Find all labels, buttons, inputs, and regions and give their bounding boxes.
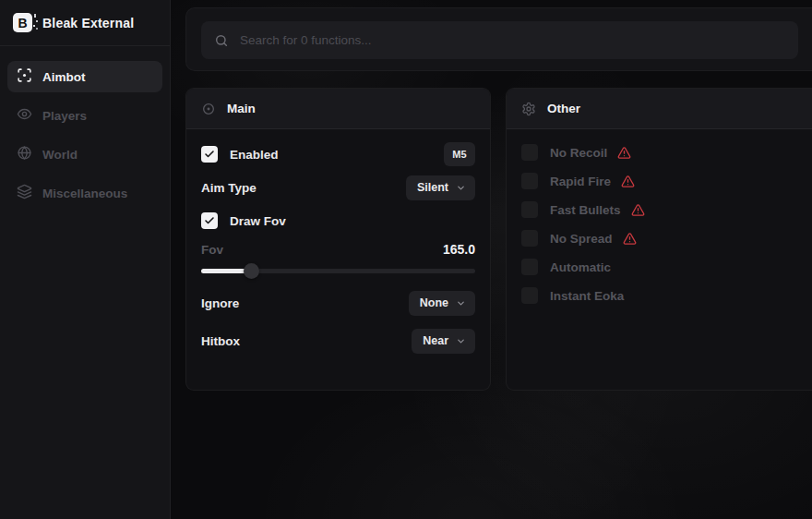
hitbox-row: Hitbox Near xyxy=(201,329,475,353)
hitbox-select[interactable]: Near xyxy=(412,329,475,354)
disc-icon xyxy=(201,102,216,116)
warning-icon xyxy=(631,203,645,217)
aim-type-value: Silent xyxy=(417,181,448,194)
layers-icon xyxy=(17,184,32,202)
automatic-checkbox[interactable] xyxy=(521,259,538,275)
sidebar-item-players[interactable]: Players xyxy=(7,100,162,131)
hitbox-label: Hitbox xyxy=(201,334,240,348)
no-spread-checkbox[interactable] xyxy=(521,230,538,247)
no-recoil-checkbox[interactable] xyxy=(521,144,538,161)
ignore-label: Ignore xyxy=(201,296,239,310)
sidebar-item-label: Miscellaneous xyxy=(42,187,127,200)
ignore-select[interactable]: None xyxy=(409,291,475,316)
aim-type-row: Aim Type Silent xyxy=(201,175,475,199)
instant-eoka-row: Instant Eoka xyxy=(521,284,812,308)
fov-slider[interactable] xyxy=(201,263,475,278)
search-field[interactable] xyxy=(201,21,798,59)
other-panel-body: No Recoil Rapid Fire Fast Bullets xyxy=(507,129,812,308)
draw-fov-label: Draw Fov xyxy=(230,214,286,228)
warning-icon xyxy=(623,232,637,246)
aim-type-label: Aim Type xyxy=(201,181,257,195)
logo-glitch-pixels xyxy=(34,16,36,18)
no-recoil-label: No Recoil xyxy=(550,146,607,160)
instant-eoka-checkbox[interactable] xyxy=(521,287,538,304)
keybind-button[interactable]: M5 xyxy=(444,142,475,166)
brand-header: B Bleak External xyxy=(0,0,170,46)
app-logo-icon: B xyxy=(13,13,32,32)
app-title: Bleak External xyxy=(42,16,134,30)
instant-eoka-label: Instant Eoka xyxy=(550,289,624,303)
other-panel-title: Other xyxy=(547,102,580,115)
main-panel: Main Enabled M5 Aim Type Silent xyxy=(185,88,491,391)
no-spread-label: No Spread xyxy=(550,232,613,246)
rapid-fire-checkbox[interactable] xyxy=(521,173,538,189)
gear-icon xyxy=(521,102,536,116)
fov-slider-thumb[interactable] xyxy=(244,263,259,279)
hitbox-value: Near xyxy=(423,334,448,347)
chevron-down-icon xyxy=(456,183,466,193)
eye-icon xyxy=(17,106,32,125)
fov-row: Fov 165.0 xyxy=(201,239,475,260)
main-panel-title: Main xyxy=(227,102,256,115)
sidebar-item-label: Aimbot xyxy=(42,70,86,84)
enabled-row: Enabled M5 xyxy=(201,142,475,166)
sidebar-item-world[interactable]: World xyxy=(7,139,162,170)
no-spread-row: No Spread xyxy=(521,226,812,250)
crosshair-scan-icon xyxy=(17,67,32,86)
no-recoil-row: No Recoil xyxy=(521,140,812,164)
draw-fov-row: Draw Fov xyxy=(201,209,475,233)
logo-letter: B xyxy=(18,16,27,30)
ignore-row: Ignore None xyxy=(201,291,475,315)
warning-icon xyxy=(617,146,631,160)
automatic-row: Automatic xyxy=(521,255,812,279)
main-panel-body: Enabled M5 Aim Type Silent Draw Fov F xyxy=(186,129,490,353)
search-container xyxy=(185,7,812,71)
fov-value: 165.0 xyxy=(443,242,475,257)
sidebar-item-aimbot[interactable]: Aimbot xyxy=(7,61,162,92)
sidebar-nav: Aimbot Players World xyxy=(0,46,170,223)
ignore-value: None xyxy=(420,296,448,309)
fast-bullets-checkbox[interactable] xyxy=(521,201,538,218)
rapid-fire-row: Rapid Fire xyxy=(521,169,812,193)
warning-icon xyxy=(621,175,635,188)
other-panel: Other No Recoil Rapid Fire Fast Bullets xyxy=(506,88,812,391)
content-area: Main Enabled M5 Aim Type Silent xyxy=(172,0,812,519)
draw-fov-checkbox[interactable] xyxy=(201,212,218,229)
main-panel-header: Main xyxy=(186,89,490,129)
sidebar-item-label: World xyxy=(42,148,78,162)
search-icon xyxy=(214,33,229,48)
sidebar-item-miscellaneous[interactable]: Miscellaneous xyxy=(7,177,162,209)
search-input[interactable] xyxy=(240,33,785,47)
enabled-label: Enabled xyxy=(230,148,279,162)
fast-bullets-label: Fast Bullets xyxy=(550,203,621,217)
fov-label: Fov xyxy=(201,243,223,257)
fast-bullets-row: Fast Bullets xyxy=(521,198,812,222)
other-panel-header: Other xyxy=(507,89,812,129)
fov-slider-fill xyxy=(201,269,247,273)
automatic-label: Automatic xyxy=(550,260,611,274)
rapid-fire-label: Rapid Fire xyxy=(550,175,611,188)
sidebar: B Bleak External Aimbot Players xyxy=(0,0,171,519)
sidebar-item-label: Players xyxy=(42,109,87,123)
enabled-checkbox[interactable] xyxy=(201,146,218,163)
chevron-down-icon xyxy=(456,336,466,346)
chevron-down-icon xyxy=(456,298,466,308)
globe-icon xyxy=(17,145,32,163)
aim-type-select[interactable]: Silent xyxy=(406,175,475,200)
